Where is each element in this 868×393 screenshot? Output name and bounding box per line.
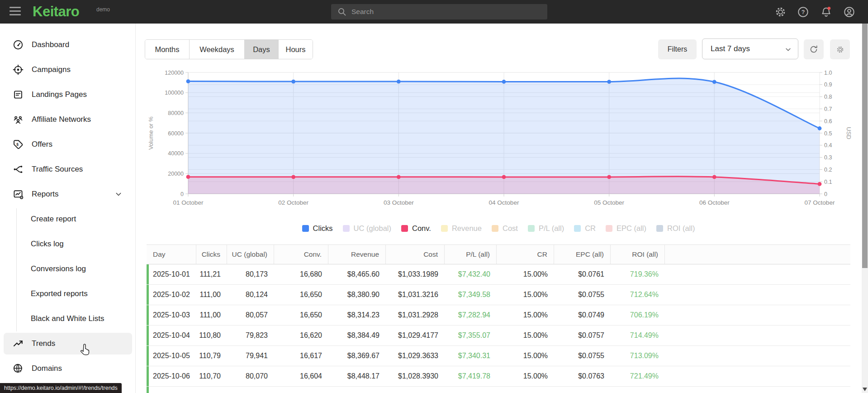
legend-item-cr[interactable]: CR — [574, 224, 596, 233]
svg-text:05 October: 05 October — [594, 199, 624, 206]
tab-hours[interactable]: Hours — [279, 40, 313, 59]
cell-conv: 16,650 — [274, 305, 328, 325]
sidebar-item-traffic-sources[interactable]: Traffic Sources — [0, 158, 136, 180]
legend-item-cost[interactable]: Cost — [492, 224, 518, 233]
cell-clicks: 111,00 — [196, 305, 227, 325]
cell-uc-global: 46,457 — [227, 387, 274, 393]
keitaro-logo[interactable]: Keitaro — [33, 4, 79, 20]
cell-filler — [665, 366, 850, 386]
cell-day: 2025-10-07 — [147, 387, 196, 393]
chart-settings-button[interactable] — [830, 39, 850, 59]
sidebar-item-exported-reports[interactable]: Exported reports — [0, 283, 136, 305]
cell-revenue: $4,923.84 — [328, 387, 386, 393]
search-icon — [337, 7, 347, 17]
tab-months[interactable]: Months — [145, 40, 190, 59]
cell-day: 2025-10-03 — [147, 305, 196, 325]
sidebar-item-label: Offers — [32, 140, 52, 149]
tab-weekdays[interactable]: Weekdays — [190, 40, 245, 59]
sidebar-item-trends[interactable]: Trends — [4, 333, 132, 355]
hamburger-menu-icon[interactable] — [9, 7, 21, 17]
scrollbar-thumb[interactable] — [862, 24, 868, 268]
search-input[interactable] — [351, 8, 547, 16]
column-header-revenue[interactable]: Revenue — [328, 245, 386, 264]
svg-text:60000: 60000 — [168, 130, 184, 137]
svg-text:Volume or %: Volume or % — [147, 116, 154, 150]
cell-cr: 15.00% — [497, 305, 554, 325]
svg-text:120000: 120000 — [165, 70, 184, 76]
row-status-bar — [147, 305, 149, 325]
svg-text:0: 0 — [180, 191, 184, 197]
cell-filler — [665, 326, 850, 345]
sidebar-item-label: Conversions log — [31, 264, 86, 273]
cell-cr: 15.00% — [497, 346, 554, 366]
legend-item-epc-all[interactable]: EPC (all) — [606, 224, 646, 233]
cell-clicks: 111,21 — [196, 264, 227, 284]
column-header-conv[interactable]: Conv. — [274, 245, 328, 264]
column-header-day[interactable]: Day — [147, 245, 196, 264]
cell-cr: 15.00% — [497, 264, 554, 284]
svg-text:0.3: 0.3 — [824, 154, 832, 161]
legend-label: UC (global) — [354, 224, 391, 233]
notifications-icon[interactable] — [820, 6, 832, 18]
column-header-cost[interactable]: Cost — [386, 245, 445, 264]
legend-item-revenue[interactable]: Revenue — [441, 224, 482, 233]
cell-uc-global: 80,070 — [227, 366, 274, 386]
legend-label: P/L (all) — [539, 224, 564, 233]
legend-label: Revenue — [452, 224, 482, 233]
help-icon[interactable]: ? — [797, 6, 809, 18]
sidebar-item-label: Create report — [31, 215, 76, 224]
account-icon[interactable] — [843, 6, 855, 18]
sidebar-item-dashboard[interactable]: Dashboard — [0, 34, 136, 56]
chart-legend: ClicksUC (global)Conv.RevenueCostP/L (al… — [147, 223, 850, 234]
sidebar-item-conversions-log[interactable]: Conversions log — [0, 258, 136, 280]
sidebar-item-create-report[interactable]: Create report — [0, 208, 136, 230]
cell-p-l-all: $7,282.94 — [445, 305, 497, 325]
column-header-cr[interactable]: CR — [497, 245, 554, 264]
settings-icon[interactable] — [774, 6, 787, 18]
legend-item-roi-all[interactable]: ROI (all) — [656, 224, 695, 233]
filters-button[interactable]: Filters — [658, 39, 697, 59]
svg-text:80000: 80000 — [168, 110, 184, 116]
cell-cr: 15.00% — [497, 366, 554, 386]
legend-item-p-l-all[interactable]: P/L (all) — [528, 224, 564, 233]
cell-epc-all: $0.0749 — [554, 305, 611, 325]
sidebar-item-label: Campaigns — [32, 65, 71, 74]
column-header-uc-global[interactable]: UC (global) — [227, 245, 274, 264]
legend-item-uc-global[interactable]: UC (global) — [343, 224, 391, 233]
cell-p-l-all: $4,326.04 — [445, 387, 497, 393]
svg-text:0.1: 0.1 — [824, 179, 832, 185]
column-header-p-l-all[interactable]: P/L (all) — [445, 245, 497, 264]
table-row: 2025-10-02111,0080,12416,650$8,380.90$1,… — [147, 285, 850, 305]
search-bar[interactable] — [331, 4, 547, 19]
sidebar-item-black-and-white-lists[interactable]: Black and White Lists — [0, 308, 136, 330]
tab-days[interactable]: Days — [245, 40, 279, 59]
legend-label: ROI (all) — [667, 224, 695, 233]
sidebar-item-label: Dashboard — [32, 40, 69, 49]
cell-clicks: 110,79 — [196, 346, 227, 366]
sidebar-item-offers[interactable]: $Offers — [0, 134, 136, 155]
legend-item-conv[interactable]: Conv. — [401, 224, 431, 233]
legend-item-clicks[interactable]: Clicks — [302, 224, 333, 233]
sidebar-item-affiliate-networks[interactable]: Affiliate Networks — [0, 109, 136, 130]
sidebar-item-campaigns[interactable]: Campaigns — [0, 59, 136, 81]
sidebar-item-reports[interactable]: Reports — [0, 183, 136, 205]
column-header-roi-all[interactable]: ROI (all) — [611, 245, 665, 264]
cell-cr: 15.00% — [497, 285, 554, 305]
refresh-button[interactable] — [804, 39, 824, 59]
table-row: 2025-10-03111,0080,05716,650$8,314.23$1,… — [147, 305, 850, 326]
sidebar-item-clicks-log[interactable]: Clicks log — [0, 233, 136, 255]
date-range-select[interactable]: Last 7 days — [702, 38, 798, 59]
table-row: 2025-10-06110,7080,07016,604$8,448.17$1,… — [147, 366, 850, 387]
svg-text:04 October: 04 October — [489, 199, 519, 206]
cell-roi-all: 721.49% — [611, 366, 665, 386]
scrollbar-track[interactable] — [862, 24, 868, 393]
legend-label: EPC (all) — [617, 224, 646, 233]
sidebar-item-landings-pages[interactable]: Landings Pages — [0, 84, 136, 105]
column-header-clicks[interactable]: Clicks — [196, 245, 227, 264]
table-row: 2025-10-05110,7979,94116,617$8,369.67$1,… — [147, 346, 850, 366]
row-status-bar — [147, 326, 149, 345]
gear-icon — [836, 45, 844, 54]
cell-p-l-all: $7,340.31 — [445, 346, 497, 366]
column-header-epc-all[interactable]: EPC (all) — [554, 245, 611, 264]
sidebar-item-domains[interactable]: Domains — [0, 358, 136, 379]
